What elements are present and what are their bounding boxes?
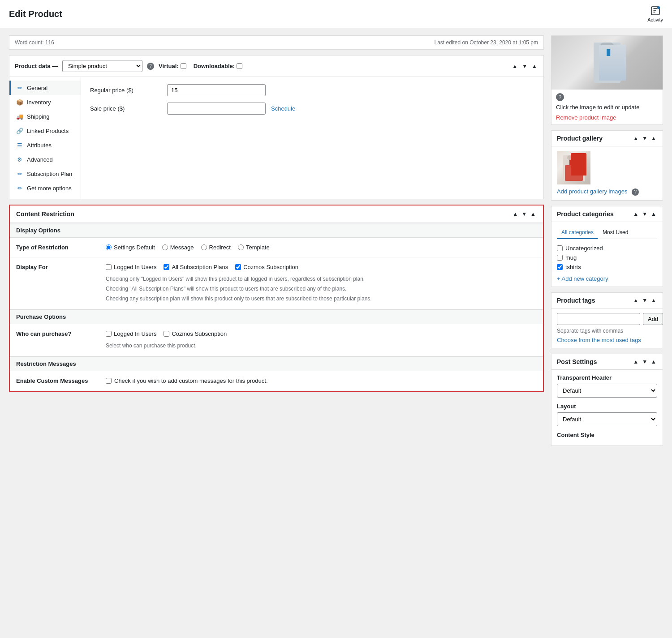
schedule-link[interactable]: Schedule (271, 105, 295, 112)
category-mug-label: mug (565, 254, 577, 261)
message-radio[interactable] (162, 244, 168, 250)
redirect-radio[interactable] (201, 244, 207, 250)
restriction-down-button[interactable]: ▼ (521, 210, 528, 218)
all-subscription-plans-label[interactable]: All Subscription Plans (164, 264, 228, 270)
regular-price-input[interactable] (167, 84, 266, 96)
restriction-messages-heading: Restriction Messages (10, 356, 543, 371)
virtual-checkbox[interactable] (181, 63, 186, 69)
product-type-help-icon[interactable]: ? (147, 63, 154, 70)
product-gallery-header: Product gallery ▲ ▼ ▲ (551, 131, 663, 146)
tab-get-more-label: Get more options (27, 185, 72, 192)
categories-up-button[interactable]: ▲ (632, 210, 639, 218)
virtual-downloadable-group: Virtual: Downloadable: (159, 63, 242, 69)
category-uncategorized-label: Uncategorized (565, 245, 603, 252)
regular-price-row: Regular price ($) (90, 84, 534, 96)
settings-default-text: Settings Default (114, 244, 155, 251)
settings-default-radio[interactable] (106, 244, 112, 250)
transparent-header-label: Transparent Header (557, 374, 657, 381)
purchase-cozmos-checkbox[interactable] (164, 331, 169, 337)
gallery-up-button[interactable]: ▲ (632, 134, 639, 142)
image-help-icon[interactable]: ? (556, 93, 564, 101)
cozmos-subscription-checkbox[interactable] (235, 264, 241, 270)
tags-add-button[interactable]: Add (643, 313, 663, 325)
gallery-controls: ▲ ▼ ▲ (632, 134, 657, 142)
product-categories-header: Product categories ▲ ▼ ▲ (551, 206, 663, 222)
svg-point-1 (657, 6, 660, 9)
display-options-heading: Display Options (10, 223, 543, 238)
remove-product-image-link[interactable]: Remove product image (556, 114, 616, 121)
description-any-plan: Checking any subscription plan will show… (106, 295, 537, 303)
enable-custom-messages-check-label[interactable]: Check if you wish to add custom messages… (106, 377, 537, 384)
tab-advanced[interactable]: ⚙ Advanced (9, 152, 81, 167)
downloadable-label[interactable]: Downloadable: (194, 63, 242, 69)
sale-price-label: Sale price ($) (90, 105, 162, 112)
gallery-down-button[interactable]: ▼ (641, 134, 648, 142)
settings-default-radio-label[interactable]: Settings Default (106, 244, 155, 251)
logged-in-users-checkbox[interactable] (106, 264, 112, 270)
enable-custom-messages-checkbox[interactable] (106, 378, 112, 384)
redirect-radio-label[interactable]: Redirect (201, 244, 231, 251)
categories-toggle-button[interactable]: ▲ (650, 210, 657, 218)
activity-button[interactable]: Activity (647, 5, 663, 22)
purchase-cozmos-label[interactable]: Cozmos Subscription (164, 330, 227, 337)
transparent-header-select[interactable]: Default (557, 384, 657, 398)
template-text: Template (246, 244, 270, 251)
tab-attributes[interactable]: ☰ Attributes (9, 138, 81, 152)
message-radio-label[interactable]: Message (162, 244, 194, 251)
collapse-up-button[interactable]: ▲ (511, 62, 518, 70)
cozmos-subscription-label[interactable]: Cozmos Subscription (235, 264, 298, 270)
purchase-logged-in-label[interactable]: Logged In Users (106, 330, 156, 337)
product-image-thumbnail[interactable] (551, 36, 663, 90)
tags-toggle-button[interactable]: ▲ (650, 296, 657, 304)
sale-price-input[interactable] (167, 103, 266, 115)
tab-shipping[interactable]: 🚚 Shipping (9, 109, 81, 124)
category-mug-checkbox[interactable] (557, 255, 563, 261)
tags-input[interactable] (557, 313, 640, 325)
gallery-thumbnail[interactable] (557, 151, 590, 184)
collapse-down-button[interactable]: ▼ (521, 62, 528, 70)
categories-down-button[interactable]: ▼ (641, 210, 648, 218)
restriction-up-button[interactable]: ▲ (512, 210, 519, 218)
add-new-category-link[interactable]: + Add new category (557, 275, 657, 282)
tab-inventory[interactable]: 📦 Inventory (9, 95, 81, 109)
tab-general[interactable]: ✏ General (9, 81, 81, 95)
product-type-select[interactable]: Simple product Variable product Grouped … (62, 60, 142, 72)
attributes-icon: ☰ (16, 141, 23, 149)
who-can-purchase-content: Logged In Users Cozmos Subscription Sele… (106, 330, 537, 350)
template-radio-label[interactable]: Template (238, 244, 270, 251)
tags-up-button[interactable]: ▲ (632, 296, 639, 304)
logged-in-users-label[interactable]: Logged In Users (106, 264, 156, 270)
post-settings-up-button[interactable]: ▲ (632, 358, 639, 366)
tags-down-button[interactable]: ▼ (641, 296, 648, 304)
template-radio[interactable] (238, 244, 244, 250)
add-gallery-link[interactable]: Add product gallery images (557, 188, 628, 195)
all-subscription-plans-checkbox[interactable] (164, 264, 169, 270)
virtual-label[interactable]: Virtual: (159, 63, 186, 69)
post-settings-toggle-button[interactable]: ▲ (650, 358, 657, 366)
tab-general-label: General (27, 85, 47, 91)
purchase-logged-in-checkbox[interactable] (106, 331, 112, 337)
post-settings-controls: ▲ ▼ ▲ (632, 358, 657, 366)
category-uncategorized-checkbox[interactable] (557, 245, 563, 251)
choose-tags-link[interactable]: Choose from the most used tags (557, 337, 641, 343)
product-gallery-title: Product gallery (557, 135, 603, 142)
all-categories-tab[interactable]: All categories (557, 227, 598, 239)
gallery-help-icon[interactable]: ? (632, 188, 639, 196)
sale-price-row: Sale price ($) Schedule (90, 103, 534, 115)
svg-rect-9 (565, 165, 583, 181)
gallery-toggle-button[interactable]: ▲ (650, 134, 657, 142)
product-categories-title: Product categories (557, 210, 614, 218)
collapse-toggle-button[interactable]: ▲ (531, 62, 538, 70)
layout-select[interactable]: Default (557, 412, 657, 426)
downloadable-checkbox[interactable] (237, 63, 242, 69)
most-used-tab[interactable]: Most Used (598, 227, 633, 239)
tab-subscription-plan[interactable]: ✏ Subscription Plan (9, 167, 81, 181)
post-settings-down-button[interactable]: ▼ (641, 358, 648, 366)
tab-linked-products[interactable]: 🔗 Linked Products (9, 124, 81, 138)
category-tshirts-checkbox[interactable] (557, 264, 563, 270)
restriction-toggle-button[interactable]: ▲ (530, 210, 537, 218)
right-sidebar: ? Click the image to edit or update Remo… (551, 35, 663, 451)
tab-get-more-options[interactable]: ✏ Get more options (9, 181, 81, 195)
post-settings-body: Transparent Header Default Layout Defaul… (551, 370, 663, 445)
product-data-box: Product data — Simple product Variable p… (9, 55, 544, 199)
